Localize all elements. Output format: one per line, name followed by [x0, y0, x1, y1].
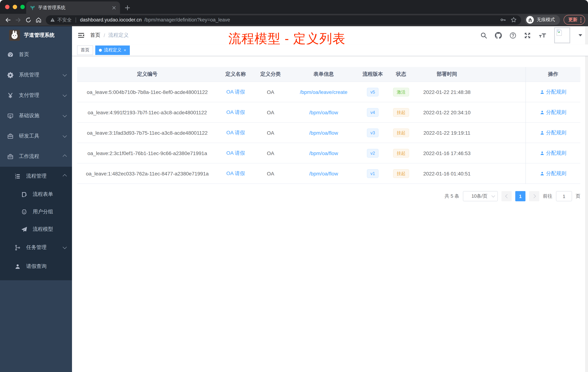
breadcrumb-home[interactable]: 首页 [90, 32, 100, 39]
cell-deploy-time: 2022-01-22 21:48:38 [417, 82, 477, 102]
form-info-link[interactable]: /bpm/oa/leave/create [300, 89, 347, 95]
sidebar-item-支付管理[interactable]: 支付管理 [0, 85, 72, 106]
form-info-link[interactable]: /bpm/oa/flow [309, 130, 338, 136]
page-number-button[interactable]: 1 [515, 191, 525, 201]
chevron-up-icon [63, 154, 67, 159]
password-key-icon[interactable] [500, 17, 506, 23]
definition-name-link[interactable]: OA 请假 [226, 170, 245, 177]
sidebar-item-工作流程[interactable]: 工作流程 [0, 146, 72, 167]
window-close-button[interactable] [5, 5, 10, 9]
tag-close-icon[interactable]: × [124, 48, 126, 52]
avatar-dropdown-caret-icon[interactable] [578, 34, 582, 36]
fullscreen-icon[interactable] [524, 32, 531, 39]
cell-form-info: /bpm/oa/flow [287, 123, 360, 143]
tag-首页[interactable]: 首页 [77, 45, 93, 55]
bookmark-star-icon[interactable] [511, 17, 517, 23]
status-badge: 激活 [393, 88, 409, 96]
sidebar-item-基础设施[interactable]: 基础设施 [0, 106, 72, 126]
page-size-select[interactable]: 10条/页 [463, 191, 498, 201]
definition-name-link[interactable]: OA 请假 [226, 109, 245, 116]
cell-status: 挂起 [386, 164, 417, 184]
chevron-down-icon [63, 72, 67, 77]
assign-rule-label: 分配规则 [546, 170, 566, 177]
person-icon [540, 171, 544, 176]
monitor-icon [7, 113, 13, 119]
assign-rule-button[interactable]: 分配规则 [540, 170, 566, 177]
sidebar-logo: 芋道管理系统 [0, 26, 72, 44]
status-badge: 挂起 [393, 108, 409, 117]
incognito-label: 无痕模式 [537, 17, 555, 23]
update-button[interactable]: 更新 [564, 15, 585, 25]
form-info-link[interactable]: /bpm/oa/flow [309, 150, 338, 156]
cell-deploy-time: 2022-01-16 01:40:51 [417, 164, 477, 184]
table-header: 定义编号定义名称定义分类表单信息流程版本状态部署时间操作 [77, 67, 580, 82]
sidebar-item-任务管理[interactable]: 任务管理 [0, 238, 72, 257]
window-zoom-button[interactable] [20, 5, 25, 9]
sidebar-item-首页[interactable]: 首页 [0, 44, 72, 65]
sidebar-item-流程模型[interactable]: 流程模型 [0, 220, 72, 238]
reload-button[interactable] [23, 15, 33, 25]
new-tab-button[interactable] [124, 5, 131, 11]
next-page-button[interactable] [529, 191, 539, 201]
status-badge: 挂起 [393, 128, 409, 137]
sidebar-item-用户分组[interactable]: 用户分组 [0, 203, 72, 220]
collapse-sidebar-icon[interactable] [78, 32, 84, 39]
cell-category: OA [254, 82, 287, 102]
active-tag-dot [99, 49, 102, 52]
column-header-流程版本: 流程版本 [360, 67, 386, 82]
sidebar-item-label: 流程表单 [33, 191, 66, 198]
browser-tab[interactable]: 芋道管理系统 [26, 1, 120, 14]
sidebar-item-研发工具[interactable]: 研发工具 [0, 126, 72, 146]
sidebar-item-label: 基础设施 [19, 112, 58, 119]
tag-流程定义[interactable]: 流程定义× [95, 45, 130, 55]
sidebar-item-系统管理[interactable]: 系统管理 [0, 65, 72, 85]
cell-definition-id: oa_leave:2:3c1f0ef1-76b1-11ec-9c66-a2380… [77, 143, 218, 163]
home-button[interactable] [33, 15, 44, 25]
user-icon [15, 263, 21, 270]
address-bar[interactable]: 不安全 dashboard.yudao.iocoder.cn/bpm/manag… [46, 15, 521, 25]
prev-page-button[interactable] [502, 191, 512, 201]
assign-rule-button[interactable]: 分配规则 [540, 89, 566, 95]
assign-rule-label: 分配规则 [546, 89, 566, 95]
sidebar-menu: 首页系统管理支付管理基础设施研发工具工作流程 [0, 44, 72, 167]
app-header: 首页 / 流程定义 流程模型 - 定义列表 [72, 26, 588, 44]
cell-status: 激活 [386, 82, 417, 102]
sidebar-item-流程表单[interactable]: 流程表单 [0, 186, 72, 203]
cell-definition-name: OA 请假 [218, 164, 254, 184]
definition-name-link[interactable]: OA 请假 [226, 89, 245, 95]
column-header-表单信息: 表单信息 [287, 67, 360, 82]
back-button[interactable] [3, 15, 13, 25]
cell-definition-name: OA 请假 [218, 143, 254, 163]
chevron-down-icon [63, 134, 67, 138]
window-controls [5, 5, 25, 9]
forward-button[interactable] [13, 15, 23, 25]
definition-name-link[interactable]: OA 请假 [226, 129, 245, 136]
assign-rule-button[interactable]: 分配规则 [540, 150, 566, 156]
search-icon[interactable] [480, 32, 487, 39]
version-badge: v1 [367, 169, 378, 178]
form-info-link[interactable]: /bpm/oa/flow [309, 109, 338, 115]
definition-name-link[interactable]: OA 请假 [226, 150, 245, 156]
browser-toolbar: 不安全 dashboard.yudao.iocoder.cn/bpm/manag… [0, 14, 588, 26]
table-row: oa_leave:1:482ec033-762a-11ec-8477-a2380… [77, 164, 580, 184]
goto-page-input[interactable] [556, 191, 572, 201]
assign-rule-button[interactable]: 分配规则 [540, 109, 566, 116]
cell-form-info: /bpm/oa/flow [287, 164, 360, 184]
help-icon[interactable] [509, 32, 516, 39]
form-info-link[interactable]: /bpm/oa/flow [309, 171, 338, 176]
assign-rule-button[interactable]: 分配规则 [540, 129, 566, 136]
sidebar-item-请假查询[interactable]: 请假查询 [0, 257, 72, 276]
cell-version: v5 [360, 82, 386, 102]
tab-close-icon[interactable] [112, 5, 116, 10]
cell-form-info: /bpm/oa/flow [287, 143, 360, 163]
text-size-icon[interactable] [538, 32, 546, 39]
cell-definition-name: OA 请假 [218, 82, 254, 102]
user-avatar[interactable] [554, 27, 570, 43]
scrollbar-gutter[interactable] [585, 26, 588, 372]
window-minimize-button[interactable] [13, 5, 17, 9]
cell-definition-name: OA 请假 [218, 123, 254, 143]
sidebar-item-流程管理[interactable]: 流程管理 [0, 167, 72, 186]
not-secure-label: 不安全 [57, 17, 72, 23]
browser-menu-icon[interactable] [580, 17, 581, 22]
github-icon[interactable] [495, 32, 502, 39]
